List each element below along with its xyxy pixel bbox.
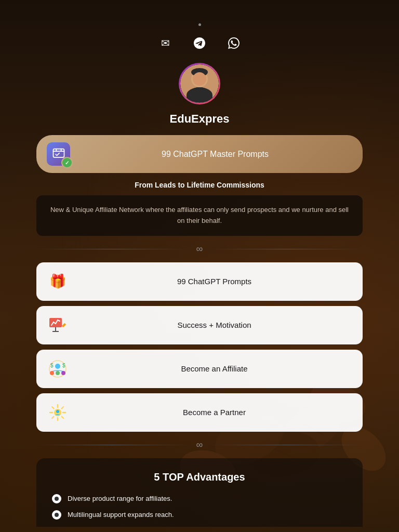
advantage-text-1: Diverse product range for affiliates. [68, 494, 172, 504]
avatar [179, 63, 220, 104]
username: EduExpres [36, 112, 363, 126]
chatgpt-prompts-icon: 🎁 [47, 271, 69, 292]
svg-point-12 [187, 87, 212, 103]
advantage-item-1: Diverse product range for affiliates. [52, 494, 347, 504]
svg-text:$: $ [50, 363, 54, 368]
svg-point-11 [191, 68, 208, 76]
subtitle: From Leads to Lifetime Commissions [36, 181, 363, 189]
product-banner[interactable]: 99 ChatGPT Master Prompts [36, 135, 363, 173]
description-box: New & Unique Affiliate Network where the… [36, 195, 363, 236]
become-affiliate-icon: $ $ [47, 358, 69, 380]
telegram-icon[interactable] [190, 34, 209, 52]
svg-point-22 [50, 371, 54, 375]
infinity-symbol-2: ∞ [196, 440, 203, 450]
advantage-bullet-2 [52, 510, 61, 520]
screen: ✉ [5, 5, 394, 527]
divider-2: ∞ [36, 440, 363, 450]
description-text: New & Unique Affiliate Network where the… [50, 206, 349, 224]
whatsapp-icon[interactable] [224, 34, 243, 52]
menu-list: 🎁 99 ChatGPT Prompts [36, 262, 363, 432]
svg-line-32 [62, 407, 64, 409]
svg-line-33 [52, 416, 54, 418]
advantage-text-3: High-quality capture pages attract leads… [68, 526, 189, 527]
menu-item-chatgpt-prompts[interactable]: 🎁 99 ChatGPT Prompts [36, 262, 363, 301]
advantage-bullet-1 [52, 494, 61, 503]
infinity-symbol-1: ∞ [196, 244, 203, 255]
advantages-title: 5 TOP Advantages [52, 471, 347, 483]
advantage-item-3: High-quality capture pages attract leads… [52, 526, 347, 527]
success-motivation-label: Success + Motivation [76, 321, 352, 329]
menu-item-become-partner[interactable]: Become a Partner [36, 393, 363, 432]
status-bar [36, 16, 363, 29]
svg-text:$: $ [62, 363, 65, 368]
advantage-list: Diverse product range for affiliates. Mu… [52, 494, 347, 527]
svg-line-30 [52, 407, 54, 409]
success-motivation-icon [47, 314, 69, 336]
svg-point-24 [61, 371, 65, 375]
banner-label: 99 ChatGPT Master Prompts [78, 150, 352, 159]
menu-item-success-motivation[interactable]: Success + Motivation [36, 306, 363, 344]
avatar-image [180, 64, 219, 103]
svg-point-34 [56, 410, 59, 413]
main-content: ✉ [5, 5, 394, 527]
become-partner-icon [47, 402, 69, 423]
banner-icon [47, 142, 70, 166]
email-icon[interactable]: ✉ [156, 34, 175, 52]
become-affiliate-label: Become an Affiliate [76, 364, 352, 373]
advantage-item-2: Multilingual support expands reach. [52, 510, 347, 520]
svg-point-21 [55, 364, 60, 369]
svg-line-31 [62, 416, 64, 418]
advantage-text-2: Multilingual support expands reach. [68, 510, 174, 520]
svg-rect-17 [62, 323, 66, 327]
status-dot [198, 23, 201, 26]
social-icons-row: ✉ [36, 29, 363, 63]
divider-1: ∞ [36, 244, 363, 255]
advantages-section: 5 TOP Advantages Diverse product range f… [36, 458, 363, 527]
chatgpt-prompts-label: 99 ChatGPT Prompts [76, 277, 352, 286]
device-frame: ✉ [0, 0, 399, 532]
menu-item-become-affiliate[interactable]: $ $ Become an Affiliate [36, 350, 363, 388]
svg-point-23 [56, 371, 60, 375]
become-partner-label: Become a Partner [76, 408, 352, 417]
avatar-container [36, 63, 363, 104]
